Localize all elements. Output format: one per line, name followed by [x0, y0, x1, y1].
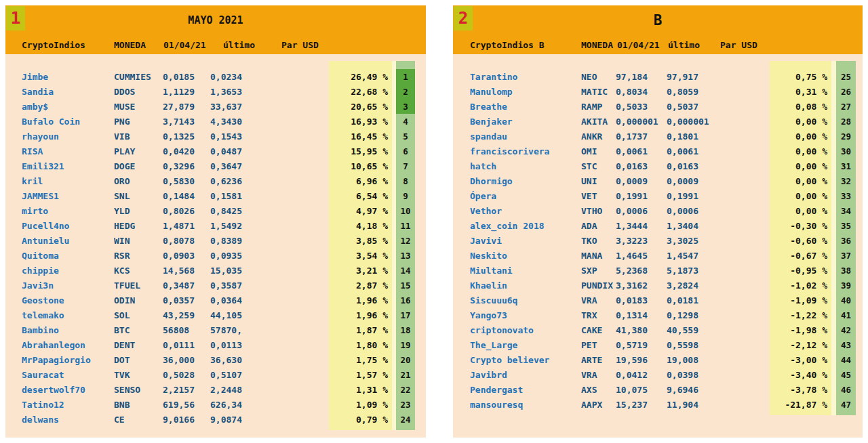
par-usd-pct-cell[interactable]: 20,65 % — [329, 99, 392, 114]
par-usd-pct-cell[interactable]: -1,09 % — [770, 293, 831, 308]
rank-badge[interactable]: 13 — [396, 248, 415, 263]
trader-name-cell[interactable]: criptonovato — [470, 322, 581, 337]
trader-name-cell[interactable]: hatch — [470, 159, 581, 173]
par-usd-pct-cell[interactable]: -21,87 % — [770, 397, 831, 412]
open-value-cell[interactable]: 97,184 — [616, 69, 667, 84]
trader-name-cell[interactable]: Emili321 — [22, 159, 114, 173]
par-usd-pct-cell[interactable]: 3,21 % — [329, 263, 392, 278]
rank-badge[interactable]: 27 — [836, 99, 856, 114]
coin-code-cell[interactable]: SXP — [581, 263, 616, 278]
rank-badge[interactable]: 23 — [396, 397, 415, 412]
open-value-cell[interactable]: 0,0061 — [616, 144, 667, 159]
open-value-cell[interactable]: 0,8026 — [163, 203, 210, 218]
rank-badge[interactable]: 43 — [836, 337, 856, 352]
rank-badge[interactable]: 5 — [396, 129, 415, 144]
coin-code-cell[interactable]: SNL — [114, 188, 163, 203]
last-value-cell[interactable]: 0,0364 — [210, 293, 329, 308]
trader-name-cell[interactable]: kril — [22, 173, 114, 188]
open-value-cell[interactable]: 15,237 — [616, 397, 667, 412]
trader-name-cell[interactable]: Khaelin — [470, 278, 581, 293]
trader-name-cell[interactable]: Miultani — [470, 263, 581, 278]
trader-name-cell[interactable]: Abrahanlegon — [22, 337, 114, 352]
column-header-open-date[interactable]: 01/04/21 — [617, 40, 668, 50]
last-value-cell[interactable]: 0,0113 — [210, 337, 329, 352]
trader-name-cell[interactable]: Bambino — [22, 322, 114, 337]
open-value-cell[interactable]: 0,0420 — [163, 144, 210, 159]
open-value-cell[interactable]: 0,0357 — [163, 293, 210, 308]
last-value-cell[interactable]: 0,0398 — [667, 367, 770, 382]
par-usd-pct-cell[interactable]: 0,00 % — [770, 203, 831, 218]
last-value-cell[interactable]: 40,559 — [667, 322, 770, 337]
rank-badge[interactable]: 4 — [396, 114, 415, 129]
open-value-cell[interactable]: 56808 — [163, 322, 210, 337]
open-value-cell[interactable]: 0,3487 — [163, 278, 210, 293]
par-usd-pct-cell[interactable]: 0,00 % — [770, 159, 831, 173]
trader-name-cell[interactable]: RISA — [22, 144, 114, 159]
rank-badge[interactable]: 40 — [836, 293, 856, 308]
last-value-cell[interactable]: 1,4547 — [667, 248, 770, 263]
open-value-cell[interactable]: 0,1484 — [163, 188, 210, 203]
par-usd-pct-cell[interactable]: 0,00 % — [770, 129, 831, 144]
par-usd-pct-cell[interactable]: -3,78 % — [770, 382, 831, 397]
rank-badge[interactable]: 45 — [836, 367, 856, 382]
coin-code-cell[interactable]: VRA — [581, 367, 616, 382]
column-header-open-date[interactable]: 01/04/21 — [163, 40, 223, 50]
trader-name-cell[interactable]: Tarantino — [470, 69, 581, 84]
last-value-cell[interactable]: 9,0874 — [210, 412, 329, 427]
trader-name-cell[interactable]: Javivi — [470, 233, 581, 248]
coin-code-cell[interactable]: MUSE — [114, 99, 163, 114]
last-value-cell[interactable]: 0,0181 — [667, 293, 770, 308]
coin-code-cell[interactable]: HEDG — [114, 218, 163, 233]
par-usd-pct-cell[interactable]: -0,60 % — [770, 233, 831, 248]
par-usd-pct-cell[interactable]: 1,87 % — [329, 322, 392, 337]
coin-code-cell[interactable]: OMI — [581, 144, 616, 159]
open-value-cell[interactable]: 0,0183 — [616, 293, 667, 308]
par-usd-pct-cell[interactable]: 22,68 % — [329, 84, 392, 99]
trader-name-cell[interactable]: Antunielu — [22, 233, 114, 248]
trader-name-cell[interactable]: chippie — [22, 263, 114, 278]
open-value-cell[interactable]: 0,3296 — [163, 159, 210, 173]
trader-name-cell[interactable]: telemako — [22, 308, 114, 322]
rank-badge[interactable]: 31 — [836, 159, 856, 173]
coin-code-cell[interactable]: TRX — [581, 308, 616, 322]
par-usd-pct-cell[interactable]: -1,02 % — [770, 278, 831, 293]
last-value-cell[interactable]: 0,1298 — [667, 308, 770, 322]
trader-name-cell[interactable]: mirto — [22, 203, 114, 218]
open-value-cell[interactable]: 0,000001 — [616, 114, 667, 129]
coin-code-cell[interactable]: RAMP — [581, 99, 616, 114]
trader-name-cell[interactable]: Javi3n — [22, 278, 114, 293]
open-value-cell[interactable]: 0,0111 — [163, 337, 210, 352]
open-value-cell[interactable]: 43,259 — [163, 308, 210, 322]
rank-badge[interactable]: 44 — [836, 352, 856, 367]
last-value-cell[interactable]: 0,000001 — [667, 114, 770, 129]
rank-badge[interactable]: 21 — [396, 367, 415, 382]
last-value-cell[interactable]: 9,6946 — [667, 382, 770, 397]
coin-code-cell[interactable]: DDOS — [114, 84, 163, 99]
open-value-cell[interactable]: 14,568 — [163, 263, 210, 278]
par-usd-pct-cell[interactable]: 1,96 % — [329, 308, 392, 322]
par-usd-pct-cell[interactable]: 3,54 % — [329, 248, 392, 263]
last-value-cell[interactable]: 0,0006 — [667, 203, 770, 218]
coin-code-cell[interactable]: AKITA — [581, 114, 616, 129]
rank-badge[interactable]: 20 — [396, 352, 415, 367]
par-usd-pct-cell[interactable]: 26,49 % — [329, 69, 392, 84]
rank-badge[interactable]: 38 — [836, 263, 856, 278]
par-usd-pct-cell[interactable]: 4,18 % — [329, 218, 392, 233]
trader-name-cell[interactable]: MrPapagiorgio — [22, 352, 114, 367]
open-value-cell[interactable]: 41,380 — [616, 322, 667, 337]
par-usd-pct-cell[interactable]: -3,00 % — [770, 352, 831, 367]
coin-code-cell[interactable]: YLD — [114, 203, 163, 218]
trader-name-cell[interactable]: spandau — [470, 129, 581, 144]
trader-name-cell[interactable]: desertwolf70 — [22, 382, 114, 397]
rank-badge[interactable]: 18 — [396, 322, 415, 337]
par-usd-pct-cell[interactable]: 0,79 % — [329, 412, 392, 427]
rank-badge[interactable]: 30 — [836, 144, 856, 159]
rank-badge[interactable]: 6 — [396, 144, 415, 159]
coin-code-cell[interactable]: ARTE — [581, 352, 616, 367]
coin-code-cell[interactable]: AXS — [581, 382, 616, 397]
rank-badge[interactable]: 39 — [836, 278, 856, 293]
trader-name-cell[interactable]: rhayoun — [22, 129, 114, 144]
trader-name-cell[interactable]: Pendergast — [470, 382, 581, 397]
coin-code-cell[interactable]: TVK — [114, 367, 163, 382]
column-header-ultimo[interactable]: último — [223, 40, 281, 50]
